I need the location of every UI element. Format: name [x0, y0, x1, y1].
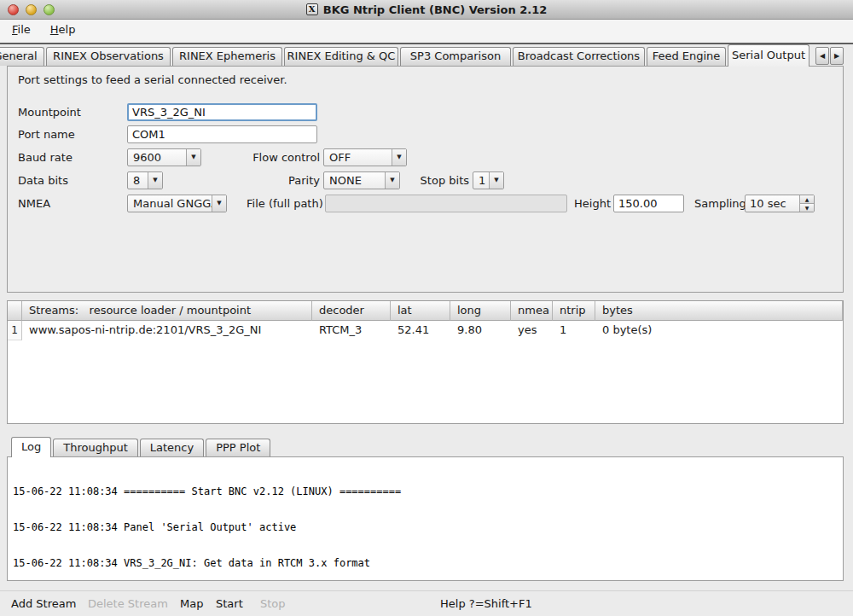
- nmea-label: NMEA: [18, 195, 50, 212]
- chevron-down-icon: ▼: [392, 149, 406, 166]
- window-title: BKG Ntrip Client (BNC) Version 2.12: [323, 3, 548, 16]
- help-shortcut-label: Help ?=Shift+F1: [440, 591, 532, 616]
- col-header-ntrip[interactable]: ntrip: [553, 301, 595, 321]
- col-header-streams[interactable]: Streams: resource loader / mountpoint: [22, 301, 312, 321]
- port-name-label: Port name: [18, 125, 75, 143]
- tab-throughput[interactable]: Throughput: [53, 439, 138, 456]
- parity-select[interactable]: NONE ▼: [323, 171, 400, 189]
- x11-app-icon: X: [306, 3, 318, 15]
- cell-decoder: RTCM_3: [312, 321, 391, 340]
- parity-label: Parity: [178, 171, 320, 189]
- flow-control-label: Flow control: [178, 148, 320, 166]
- col-header-bytes[interactable]: bytes: [595, 301, 843, 321]
- panel-description: Port settings to feed a serial connected…: [18, 73, 287, 86]
- delete-stream-button: Delete Stream: [88, 591, 168, 616]
- chevron-down-icon: ▼: [489, 172, 503, 189]
- window-controls: [8, 4, 55, 15]
- col-header-lat[interactable]: lat: [391, 301, 450, 321]
- mountpoint-label: Mountpoint: [18, 103, 81, 121]
- file-full-path-label: File (full path): [247, 195, 323, 212]
- menu-file[interactable]: File: [9, 22, 34, 37]
- cell-nmea: yes: [511, 321, 553, 340]
- config-tab-bar: General RINEX Observations RINEX Ephemer…: [0, 44, 853, 66]
- data-bits-select[interactable]: 8 ▼: [127, 171, 163, 189]
- map-button[interactable]: Map: [180, 591, 203, 616]
- height-input[interactable]: [613, 195, 684, 212]
- menu-bar: File Help: [0, 20, 853, 43]
- serial-output-panel: Port settings to feed a serial connected…: [7, 66, 844, 293]
- log-line: 15-06-22 11:08:34 VRS_3_2G_NI: Get data …: [13, 557, 838, 569]
- spin-down-icon[interactable]: ▼: [800, 204, 814, 212]
- tab-broadcast-corrections[interactable]: Broadcast Corrections: [513, 47, 645, 66]
- chevron-down-icon: ▼: [212, 195, 226, 212]
- data-bits-label: Data bits: [18, 171, 68, 189]
- log-output[interactable]: 15-06-22 11:08:34 ========== Start BNC v…: [7, 456, 844, 581]
- tab-general[interactable]: General: [0, 47, 44, 66]
- log-tab-bar: Log Throughput Latency PPP Plot: [7, 437, 604, 456]
- tab-ppp-plot[interactable]: PPP Plot: [206, 439, 270, 456]
- sampling-spinner[interactable]: 10 sec ▲ ▼: [745, 195, 815, 212]
- tab-rinex-observations[interactable]: RINEX Observations: [46, 47, 171, 66]
- bottom-toolbar: Add Stream Delete Stream Map Start Stop …: [0, 590, 853, 616]
- streams-table: Streams: resource loader / mountpoint de…: [7, 300, 844, 424]
- bnc-window: X BKG Ntrip Client (BNC) Version 2.12 Fi…: [0, 0, 853, 616]
- port-name-input[interactable]: [127, 125, 317, 143]
- title-bar[interactable]: X BKG Ntrip Client (BNC) Version 2.12: [0, 0, 853, 20]
- baud-rate-label: Baud rate: [18, 148, 73, 166]
- nmea-select[interactable]: Manual GNGGA ▼: [127, 195, 227, 212]
- file-full-path-input: [325, 195, 567, 212]
- chevron-down-icon: ▼: [148, 172, 162, 189]
- streams-table-header: Streams: resource loader / mountpoint de…: [8, 301, 843, 321]
- close-window-icon[interactable]: [8, 4, 19, 15]
- stop-bits-select[interactable]: 1 ▼: [473, 171, 504, 189]
- tab-serial-output[interactable]: Serial Output: [728, 44, 809, 67]
- tab-feed-engine[interactable]: Feed Engine: [647, 47, 726, 66]
- tab-rinex-ephemeris[interactable]: RINEX Ephemeris: [172, 47, 282, 66]
- cell-ntrip: 1: [553, 321, 595, 340]
- tab-rinex-editing-qc[interactable]: RINEX Editing & QC: [284, 47, 398, 66]
- col-header-long[interactable]: long: [450, 301, 511, 321]
- spin-up-icon[interactable]: ▲: [800, 195, 814, 204]
- table-row[interactable]: 1 www.sapos-ni-ntrip.de:2101/VRS_3_2G_NI…: [8, 321, 843, 340]
- stop-button: Stop: [260, 591, 286, 616]
- col-header-nmea[interactable]: nmea: [511, 301, 553, 321]
- row-number: 1: [8, 321, 22, 340]
- sampling-label: Sampling: [694, 195, 746, 212]
- tab-log[interactable]: Log: [11, 437, 51, 457]
- mountpoint-input[interactable]: [127, 103, 317, 121]
- flow-control-select[interactable]: OFF ▼: [323, 148, 407, 166]
- table-corner-cell: [8, 301, 22, 321]
- tab-latency[interactable]: Latency: [140, 439, 204, 456]
- menu-help[interactable]: Help: [47, 22, 79, 37]
- log-line: 15-06-22 11:08:34 Panel 'Serial Output' …: [13, 521, 838, 533]
- cell-long: 9.80: [450, 321, 511, 340]
- log-line: 15-06-22 11:08:34 ========== Start BNC v…: [13, 485, 838, 497]
- tab-sp3-comparison[interactable]: SP3 Comparison: [400, 47, 511, 66]
- cell-mountpoint: www.sapos-ni-ntrip.de:2101/VRS_3_2G_NI: [22, 321, 312, 340]
- add-stream-button[interactable]: Add Stream: [11, 591, 76, 616]
- start-button[interactable]: Start: [216, 591, 243, 616]
- zoom-window-icon[interactable]: [44, 4, 55, 15]
- stop-bits-label: Stop bits: [396, 171, 469, 189]
- cell-lat: 52.41: [391, 321, 450, 340]
- col-header-decoder[interactable]: decoder: [312, 301, 391, 321]
- minimize-window-icon[interactable]: [26, 4, 37, 15]
- height-label: Height: [574, 195, 611, 212]
- cell-bytes: 0 byte(s): [595, 321, 843, 340]
